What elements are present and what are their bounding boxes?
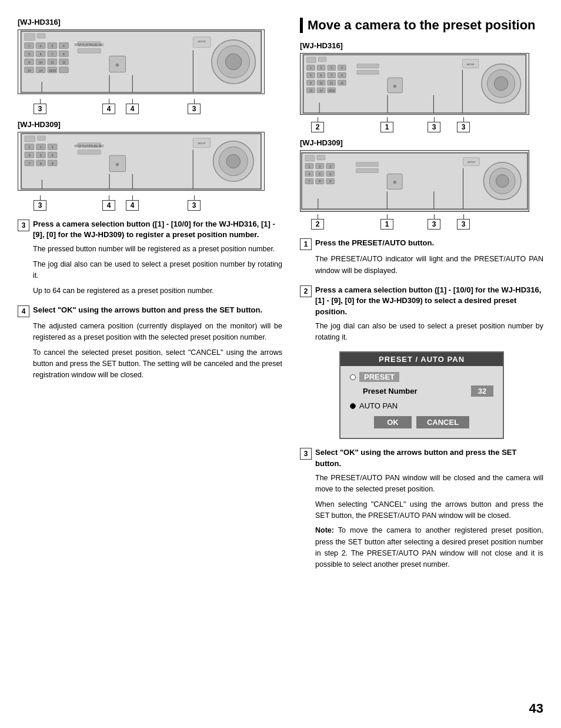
right-step1-title: Press the PRESET/AUTO button.	[315, 238, 434, 248]
left-step4-body1: The adjusted camera position (currently …	[33, 321, 282, 344]
svg-text:⊕: ⊕	[115, 62, 119, 68]
left-step3-body2: The jog dial also can be used to select …	[33, 259, 282, 282]
right-callout-d2-2: 1	[380, 219, 393, 230]
svg-text:10: 10	[39, 61, 42, 64]
svg-text:12: 12	[340, 82, 343, 85]
svg-rect-154	[356, 162, 379, 167]
left-device1-label: [WJ-HD316]	[18, 18, 282, 26]
left-callout-d1-2: 4	[102, 104, 115, 114]
svg-text:9: 9	[28, 61, 30, 64]
left-step4-header: 4 Select "OK" using the arrows button an…	[18, 305, 282, 317]
autopan-label: AUTO PAN	[359, 401, 398, 410]
svg-text:14: 14	[39, 69, 42, 72]
right-callout-d1-1: 2	[311, 122, 324, 132]
left-step3-header: 3 Press a camera selection button ([1] -…	[18, 219, 282, 240]
preset-radio	[350, 374, 356, 380]
svg-text:12: 12	[62, 61, 66, 64]
svg-text:8: 8	[63, 53, 65, 56]
left-callout-d1-4: 3	[188, 104, 201, 114]
right-callout-d2-1: 2	[311, 219, 324, 230]
preset-label: PRESET	[359, 372, 399, 382]
svg-text:SETUP: SETUP	[198, 40, 206, 43]
right-callout-d1-3: 3	[428, 122, 440, 132]
svg-text:STOP PLAY/PAUSE REC: STOP PLAY/PAUSE REC	[75, 145, 105, 148]
svg-rect-155	[356, 169, 379, 173]
svg-rect-52	[38, 136, 46, 141]
right-device2-label: [WJ-HD309]	[300, 138, 543, 147]
left-step4-num: 4	[18, 305, 29, 317]
svg-text:2: 2	[40, 146, 42, 149]
svg-text:5: 5	[40, 154, 42, 157]
right-step2-body: The jog dial can also be used to select …	[315, 321, 543, 344]
left-callout-d2-1: 3	[34, 200, 46, 211]
right-step3-num: 3	[300, 448, 312, 460]
left-step3-body1: The pressed button number will be regist…	[33, 244, 282, 255]
preset-number-value: 32	[471, 385, 493, 397]
left-callout-d1-3: 4	[126, 104, 139, 114]
preset-window-title: PRESET / AUTO PAN	[340, 353, 503, 366]
svg-text:7: 7	[51, 53, 53, 56]
svg-point-40	[225, 54, 241, 69]
svg-text:3: 3	[51, 45, 53, 48]
left-callout-d2-2: 4	[102, 200, 115, 211]
svg-rect-120	[357, 71, 379, 75]
svg-text:4: 4	[63, 45, 65, 48]
right-step2-title: Press a camera selection button ([1] - […	[315, 285, 543, 317]
svg-text:2: 2	[40, 45, 42, 48]
left-callout-d1-1: 3	[34, 104, 46, 114]
svg-text:11: 11	[51, 61, 54, 64]
autopan-radio	[350, 403, 356, 409]
right-callout-d2-3: 3	[428, 219, 440, 230]
svg-rect-2	[25, 34, 35, 41]
left-step4-title: Select "OK" using the arrows button and …	[33, 305, 262, 315]
right-step2-num: 2	[300, 285, 312, 297]
svg-text:7: 7	[29, 162, 31, 165]
preset-number-row: Preset Number 32	[350, 385, 493, 397]
svg-text:13: 13	[28, 69, 31, 72]
right-callout-d1-4: 3	[457, 122, 470, 132]
preset-option-row: PRESET	[350, 372, 493, 382]
right-device1-label: [WJ-HD316]	[300, 41, 543, 50]
right-step3-body1: The PRESET/AUTO PAN window will be close…	[315, 473, 543, 496]
svg-text:1: 1	[28, 45, 30, 48]
left-step3-body3: Up to 64 can be registered as a preset p…	[33, 285, 282, 297]
svg-text:13: 13	[309, 89, 312, 92]
svg-text:STOP PLAY/PAUSE REC: STOP PLAY/PAUSE REC	[74, 44, 104, 46]
svg-text:15/16: 15/16	[328, 89, 335, 92]
svg-point-162	[496, 175, 509, 188]
right-step3-header: 3 Select "OK" using the arrows button an…	[300, 447, 543, 468]
svg-rect-134	[305, 155, 315, 161]
svg-text:6: 6	[52, 154, 54, 157]
right-step1-header: 1 Press the PRESET/AUTO button.	[300, 238, 543, 250]
svg-text:SETUP: SETUP	[467, 63, 475, 66]
svg-text:6: 6	[40, 53, 42, 56]
svg-text:14: 14	[320, 89, 323, 92]
right-step3-note: Note: To move the camera to another regi…	[315, 525, 543, 571]
preset-number-label: Preset Number	[363, 387, 468, 395]
svg-text:⊕: ⊕	[393, 180, 397, 185]
left-callout-d2-4: 3	[188, 200, 201, 211]
right-step2-header: 2 Press a camera selection button ([1] -…	[300, 285, 543, 317]
left-device1-diagram: 1 2 3 4 5 6 7 8 9 10 11 12 13 14 15/16	[18, 29, 265, 94]
right-callout-d2-4: 3	[457, 219, 470, 230]
left-column: [WJ-HD316]	[18, 18, 282, 710]
right-device1-diagram: 1 2 3 4 5 6 7 8 9 10 11 12 13 14 15/16	[300, 53, 529, 115]
svg-rect-51	[25, 136, 35, 142]
left-device2-label: [WJ-HD309]	[18, 120, 282, 129]
svg-rect-135	[317, 155, 325, 160]
preset-buttons-row: OK CANCEL	[350, 416, 493, 433]
svg-text:⊕: ⊕	[115, 162, 119, 167]
svg-text:8: 8	[40, 162, 42, 165]
right-callout-d1-2: 1	[380, 122, 393, 132]
left-step3-num: 3	[18, 220, 29, 231]
preset-cancel-button[interactable]: CANCEL	[416, 416, 469, 428]
svg-point-127	[494, 77, 508, 91]
svg-text:3: 3	[52, 146, 54, 149]
svg-text:9: 9	[52, 162, 54, 165]
right-device2-diagram: 1 2 3 4 5 6 7 8 9 SETUP ⊕	[300, 150, 529, 212]
right-step1-num: 1	[300, 238, 312, 250]
preset-auto-pan-window: PRESET / AUTO PAN PRESET Preset Number 3…	[339, 351, 504, 439]
left-step3-title: Press a camera selection button ([1] - […	[33, 219, 282, 240]
preset-ok-button[interactable]: OK	[374, 416, 412, 428]
right-step3-title: Select "OK" using the arrows button and …	[315, 447, 543, 468]
